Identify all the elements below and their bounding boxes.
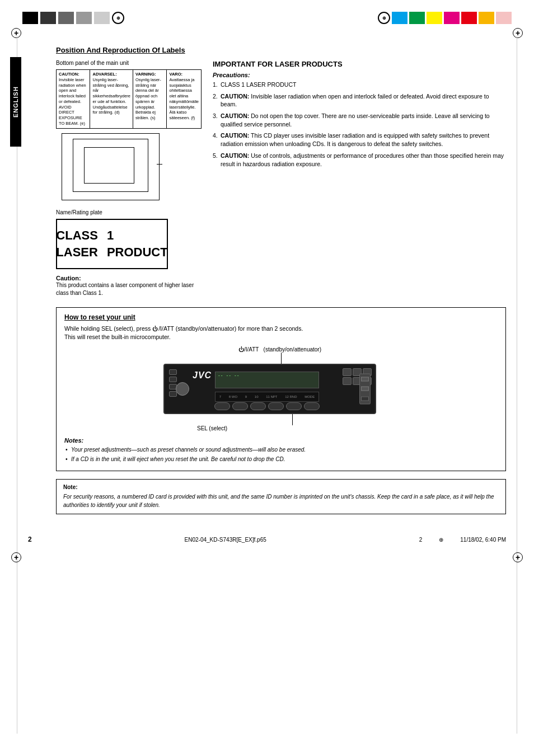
precaution-text-5: Use of controls, adjustments or performa… bbox=[221, 152, 504, 167]
jvc-volume-knob[interactable] bbox=[176, 382, 189, 396]
jvc-left-buttons bbox=[169, 369, 177, 397]
scale-10: 10 bbox=[255, 395, 259, 398]
color-magenta bbox=[444, 12, 460, 24]
precaution-num-2: 2. bbox=[213, 92, 218, 101]
caution-section: Caution: This product contains a laser c… bbox=[56, 275, 202, 297]
preset-2[interactable] bbox=[232, 402, 248, 410]
top-reg-marks bbox=[0, 26, 534, 40]
color-orange bbox=[479, 12, 494, 24]
color-cyan bbox=[392, 12, 407, 24]
laser-product-word: PRODUCT bbox=[107, 245, 168, 260]
bottom-note: Note: For security reasons, a numbered I… bbox=[56, 479, 506, 514]
position-section: Position And Reproduction Of Labels Bott… bbox=[56, 46, 506, 297]
laser-box-inner: CLASS 1 LASER PRODUCT bbox=[56, 228, 167, 260]
caution-title: Caution: bbox=[56, 275, 202, 281]
precaution-item-5: 5. CAUTION: Use of controls, adjustments… bbox=[213, 152, 506, 168]
laser-class-word: CLASS bbox=[56, 228, 98, 243]
sel-btn[interactable] bbox=[361, 397, 369, 401]
name-rating-label: Name/Rating plate bbox=[56, 209, 202, 215]
precaution-bold-5: CAUTION: bbox=[221, 152, 249, 159]
scale-12: 12 RND bbox=[285, 395, 297, 398]
jvc-btn-1[interactable] bbox=[169, 369, 177, 375]
two-column-layout: Bottom panel of the main unit CAUTION: I… bbox=[56, 60, 506, 297]
preset-5[interactable] bbox=[286, 402, 302, 410]
note-text-2: If a CD is in the unit, it will eject wh… bbox=[71, 456, 285, 462]
bar-dark bbox=[40, 12, 56, 24]
scale-9: 9 bbox=[245, 395, 247, 398]
scale-mode: MODE bbox=[305, 395, 315, 398]
bar-mid bbox=[58, 12, 74, 24]
reset-text-before: While holding SEL (select), press bbox=[64, 325, 151, 332]
scale-7: 7 bbox=[219, 395, 221, 398]
color-yellow bbox=[427, 12, 442, 24]
warning-text-en: Invisible laser radiation when open and … bbox=[59, 77, 86, 126]
compass-mark: ⊕ bbox=[112, 12, 124, 24]
preset-3[interactable] bbox=[250, 402, 266, 410]
precaution-text-3: Do not open the top cover. There are no … bbox=[221, 112, 490, 128]
precautions-title: Precautions: bbox=[213, 72, 506, 78]
precaution-text-4: This CD player uses invisible laser radi… bbox=[221, 132, 489, 147]
warning-table: CAUTION: Invisible laser radiation when … bbox=[56, 69, 202, 129]
jvc-btn-2[interactable] bbox=[169, 377, 177, 382]
warning-header-da: ADVARSEL: bbox=[92, 72, 116, 77]
warning-cell-en: CAUTION: Invisible laser radiation when … bbox=[57, 70, 90, 128]
precaution-item-3: 3. CAUTION: Do not open the top cover. T… bbox=[213, 112, 506, 128]
reset-text-3: This will reset the built-in microcomput… bbox=[64, 334, 171, 340]
sel-label: SEL (select) bbox=[197, 425, 399, 431]
footer-date: 11/18/02, 6:40 PM bbox=[460, 537, 506, 543]
power-btn[interactable] bbox=[361, 387, 369, 391]
notes-section: Notes: Your preset adjustments—such as p… bbox=[64, 437, 498, 463]
jvc-btn-r1[interactable] bbox=[343, 368, 352, 376]
reg-mark-top-left bbox=[11, 28, 21, 38]
precaution-bold-3: CAUTION: bbox=[221, 112, 249, 119]
page-footer: 2 EN02-04_KD-S743R[E_EX]f.p65 2 ⊕ 11/18/… bbox=[0, 531, 534, 548]
standby-label: ⏻/I/ATT (standby/on/attenuator) bbox=[238, 346, 321, 353]
preset-6[interactable] bbox=[304, 402, 320, 410]
scale-11: 11 NPT bbox=[266, 395, 277, 398]
jvc-display-text: -- -- -- bbox=[216, 372, 318, 379]
reset-text: While holding SEL (select), press ⏻/I/AT… bbox=[64, 325, 498, 342]
page-number: 2 bbox=[28, 536, 32, 543]
bottom-vert-line bbox=[292, 414, 293, 425]
bottom-arrow-line bbox=[163, 414, 399, 425]
panel-inner-box-2 bbox=[84, 147, 134, 184]
footer-compass: ⊕ bbox=[439, 537, 443, 543]
left-column: Bottom panel of the main unit CAUTION: I… bbox=[56, 60, 202, 297]
reset-text-after: (standby/on/attenuator) for more than 2 … bbox=[176, 325, 303, 332]
precaution-num-3: 3. bbox=[213, 112, 218, 120]
compass-mark-right: ⊕ bbox=[378, 12, 390, 24]
reg-mark-bottom-right bbox=[513, 552, 523, 562]
warning-text-fi: Avattaessa ja suojalaiktus ohitettaessa … bbox=[169, 77, 199, 120]
warning-cell-da: ADVARSEL: Usynlig laser-stråling ved åbn… bbox=[90, 70, 133, 128]
precaution-text-2: Invisible laser radiation when open and … bbox=[221, 93, 489, 108]
important-title: IMPORTANT FOR LASER PRODUCTS bbox=[213, 60, 506, 68]
english-sidebar: ENGLISH bbox=[10, 57, 21, 147]
standby-label-area: ⏻/I/ATT (standby/on/attenuator) bbox=[163, 346, 399, 353]
bar-left-section: ⊕ bbox=[22, 12, 202, 24]
footer-file: EN02-04_KD-S743R[E_EX]f.p65 bbox=[185, 537, 266, 543]
jvc-right-controls bbox=[359, 374, 371, 405]
warning-header-fi: VARO: bbox=[169, 72, 182, 77]
precaution-num-4: 4. bbox=[213, 132, 218, 140]
reg-mark-bottom-left bbox=[11, 552, 21, 562]
footer-page: 2 bbox=[419, 537, 423, 543]
laser-word: LASER bbox=[56, 245, 98, 260]
reset-section: How to reset your unit While holding SEL… bbox=[56, 307, 506, 472]
jvc-btn-4[interactable] bbox=[169, 391, 177, 397]
reg-mark-top-right bbox=[513, 28, 523, 38]
footer-right-group: 2 ⊕ 11/18/02, 6:40 PM bbox=[419, 537, 506, 543]
jvc-diagram-container: ⏻/I/ATT (standby/on/attenuator) JVC bbox=[163, 346, 399, 431]
color-green bbox=[409, 12, 425, 24]
top-registration-bar: ⊕ ⊕ bbox=[22, 10, 512, 26]
warning-header-sv: VARNING: bbox=[135, 72, 156, 77]
bar-black bbox=[22, 12, 38, 24]
precaution-num-5: 5. bbox=[213, 152, 218, 160]
preset-4[interactable] bbox=[268, 402, 284, 410]
warning-text-da: Usynlig laser-stråling ved åbning, når s… bbox=[92, 77, 130, 115]
jvc-btn-r4[interactable] bbox=[343, 377, 352, 385]
eject-btn[interactable] bbox=[361, 377, 369, 381]
notes-title: Notes: bbox=[64, 437, 498, 444]
note-item-2: If a CD is in the unit, it will eject wh… bbox=[64, 456, 498, 463]
precaution-bold-4: CAUTION: bbox=[221, 132, 249, 139]
preset-1[interactable] bbox=[214, 402, 230, 410]
